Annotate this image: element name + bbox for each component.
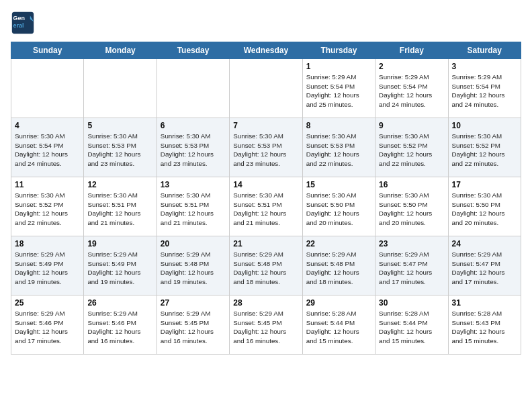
day-info: Sunrise: 5:29 AM Sunset: 5:48 PM Dayligh… [306, 250, 371, 287]
day-number: 23 [379, 239, 444, 248]
calendar-cell: 12Sunrise: 5:30 AM Sunset: 5:51 PM Dayli… [84, 177, 157, 236]
day-info: Sunrise: 5:29 AM Sunset: 5:47 PM Dayligh… [379, 250, 444, 287]
day-header-tuesday: Tuesday [157, 42, 229, 59]
logo-icon: Gen eral [11, 11, 35, 35]
calendar-header-row: SundayMondayTuesdayWednesdayThursdayFrid… [11, 42, 521, 59]
day-number: 1 [306, 62, 371, 71]
day-header-thursday: Thursday [302, 42, 375, 59]
day-number: 5 [87, 121, 152, 130]
day-number: 9 [379, 121, 444, 130]
calendar-cell: 28Sunrise: 5:29 AM Sunset: 5:45 PM Dayli… [230, 295, 302, 355]
day-info: Sunrise: 5:30 AM Sunset: 5:53 PM Dayligh… [306, 132, 371, 169]
calendar-cell: 4Sunrise: 5:30 AM Sunset: 5:54 PM Daylig… [11, 118, 84, 177]
calendar-cell: 26Sunrise: 5:29 AM Sunset: 5:46 PM Dayli… [84, 295, 157, 355]
day-header-friday: Friday [375, 42, 448, 59]
day-info: Sunrise: 5:29 AM Sunset: 5:54 PM Dayligh… [306, 73, 371, 109]
day-info: Sunrise: 5:29 AM Sunset: 5:49 PM Dayligh… [15, 250, 80, 287]
day-number: 29 [306, 298, 371, 308]
day-info: Sunrise: 5:30 AM Sunset: 5:50 PM Dayligh… [379, 191, 444, 228]
calendar-cell: 18Sunrise: 5:29 AM Sunset: 5:49 PM Dayli… [11, 236, 84, 295]
day-info: Sunrise: 5:30 AM Sunset: 5:51 PM Dayligh… [161, 191, 226, 228]
calendar-cell [230, 59, 302, 118]
day-number: 24 [452, 239, 517, 248]
day-number: 2 [379, 62, 444, 71]
day-number: 13 [161, 180, 226, 189]
calendar-cell: 25Sunrise: 5:29 AM Sunset: 5:46 PM Dayli… [11, 295, 84, 355]
calendar-week-row: 4Sunrise: 5:30 AM Sunset: 5:54 PM Daylig… [11, 118, 521, 177]
day-number: 17 [452, 180, 517, 189]
calendar-cell: 11Sunrise: 5:30 AM Sunset: 5:52 PM Dayli… [11, 177, 84, 236]
day-info: Sunrise: 5:30 AM Sunset: 5:51 PM Dayligh… [233, 191, 298, 228]
day-info: Sunrise: 5:28 AM Sunset: 5:44 PM Dayligh… [379, 309, 444, 346]
day-number: 20 [161, 239, 226, 248]
day-info: Sunrise: 5:29 AM Sunset: 5:49 PM Dayligh… [87, 250, 152, 287]
day-number: 30 [379, 298, 444, 308]
day-number: 21 [233, 239, 298, 248]
day-info: Sunrise: 5:30 AM Sunset: 5:51 PM Dayligh… [87, 191, 152, 228]
calendar-cell: 29Sunrise: 5:28 AM Sunset: 5:44 PM Dayli… [302, 295, 375, 355]
page-header: Gen eral [11, 11, 521, 35]
day-info: Sunrise: 5:30 AM Sunset: 5:53 PM Dayligh… [233, 132, 298, 169]
calendar-cell: 2Sunrise: 5:29 AM Sunset: 5:54 PM Daylig… [375, 59, 448, 118]
day-number: 25 [15, 298, 80, 308]
day-header-wednesday: Wednesday [230, 42, 302, 59]
calendar-week-row: 11Sunrise: 5:30 AM Sunset: 5:52 PM Dayli… [11, 177, 521, 236]
calendar-week-row: 1Sunrise: 5:29 AM Sunset: 5:54 PM Daylig… [11, 59, 521, 118]
calendar-cell: 21Sunrise: 5:29 AM Sunset: 5:48 PM Dayli… [230, 236, 302, 295]
calendar-cell: 31Sunrise: 5:28 AM Sunset: 5:43 PM Dayli… [448, 295, 521, 355]
calendar-cell: 22Sunrise: 5:29 AM Sunset: 5:48 PM Dayli… [302, 236, 375, 295]
day-info: Sunrise: 5:29 AM Sunset: 5:48 PM Dayligh… [161, 250, 226, 287]
calendar-cell: 19Sunrise: 5:29 AM Sunset: 5:49 PM Dayli… [84, 236, 157, 295]
day-info: Sunrise: 5:29 AM Sunset: 5:47 PM Dayligh… [452, 250, 517, 287]
day-number: 28 [233, 298, 298, 308]
day-number: 14 [233, 180, 298, 189]
logo: Gen eral [11, 11, 38, 35]
day-number: 19 [87, 239, 152, 248]
calendar-cell: 14Sunrise: 5:30 AM Sunset: 5:51 PM Dayli… [230, 177, 302, 236]
day-number: 10 [452, 121, 517, 130]
day-info: Sunrise: 5:29 AM Sunset: 5:48 PM Dayligh… [233, 250, 298, 287]
day-number: 15 [306, 180, 371, 189]
day-info: Sunrise: 5:30 AM Sunset: 5:50 PM Dayligh… [452, 191, 517, 228]
day-info: Sunrise: 5:28 AM Sunset: 5:44 PM Dayligh… [306, 309, 371, 346]
calendar-cell: 17Sunrise: 5:30 AM Sunset: 5:50 PM Dayli… [448, 177, 521, 236]
svg-text:eral: eral [13, 22, 24, 29]
calendar-cell: 1Sunrise: 5:29 AM Sunset: 5:54 PM Daylig… [302, 59, 375, 118]
calendar-cell: 13Sunrise: 5:30 AM Sunset: 5:51 PM Dayli… [157, 177, 229, 236]
calendar-cell [84, 59, 157, 118]
day-number: 22 [306, 239, 371, 248]
day-number: 18 [15, 239, 80, 248]
calendar-cell: 30Sunrise: 5:28 AM Sunset: 5:44 PM Dayli… [375, 295, 448, 355]
calendar-cell: 7Sunrise: 5:30 AM Sunset: 5:53 PM Daylig… [230, 118, 302, 177]
calendar-cell: 15Sunrise: 5:30 AM Sunset: 5:50 PM Dayli… [302, 177, 375, 236]
calendar-cell: 8Sunrise: 5:30 AM Sunset: 5:53 PM Daylig… [302, 118, 375, 177]
day-header-saturday: Saturday [448, 42, 521, 59]
calendar-cell: 20Sunrise: 5:29 AM Sunset: 5:48 PM Dayli… [157, 236, 229, 295]
day-number: 31 [452, 298, 517, 308]
day-number: 6 [161, 121, 226, 130]
day-info: Sunrise: 5:28 AM Sunset: 5:43 PM Dayligh… [452, 309, 517, 346]
calendar-cell: 5Sunrise: 5:30 AM Sunset: 5:53 PM Daylig… [84, 118, 157, 177]
day-number: 11 [15, 180, 80, 189]
svg-text:Gen: Gen [13, 15, 26, 21]
calendar-week-row: 18Sunrise: 5:29 AM Sunset: 5:49 PM Dayli… [11, 236, 521, 295]
day-number: 8 [306, 121, 371, 130]
day-info: Sunrise: 5:30 AM Sunset: 5:52 PM Dayligh… [379, 132, 444, 169]
day-info: Sunrise: 5:29 AM Sunset: 5:46 PM Dayligh… [87, 309, 152, 346]
day-number: 26 [87, 298, 152, 308]
calendar-cell: 9Sunrise: 5:30 AM Sunset: 5:52 PM Daylig… [375, 118, 448, 177]
day-header-monday: Monday [84, 42, 157, 59]
day-info: Sunrise: 5:30 AM Sunset: 5:54 PM Dayligh… [15, 132, 80, 169]
day-info: Sunrise: 5:29 AM Sunset: 5:54 PM Dayligh… [452, 73, 517, 109]
calendar-table: SundayMondayTuesdayWednesdayThursdayFrid… [11, 42, 521, 355]
day-info: Sunrise: 5:30 AM Sunset: 5:52 PM Dayligh… [15, 191, 80, 228]
day-info: Sunrise: 5:30 AM Sunset: 5:53 PM Dayligh… [161, 132, 226, 169]
day-number: 27 [161, 298, 226, 308]
calendar-cell: 6Sunrise: 5:30 AM Sunset: 5:53 PM Daylig… [157, 118, 229, 177]
day-info: Sunrise: 5:29 AM Sunset: 5:46 PM Dayligh… [15, 309, 80, 346]
calendar-cell [157, 59, 229, 118]
day-header-sunday: Sunday [11, 42, 84, 59]
day-info: Sunrise: 5:29 AM Sunset: 5:54 PM Dayligh… [379, 73, 444, 109]
calendar-cell: 16Sunrise: 5:30 AM Sunset: 5:50 PM Dayli… [375, 177, 448, 236]
day-number: 3 [452, 62, 517, 71]
